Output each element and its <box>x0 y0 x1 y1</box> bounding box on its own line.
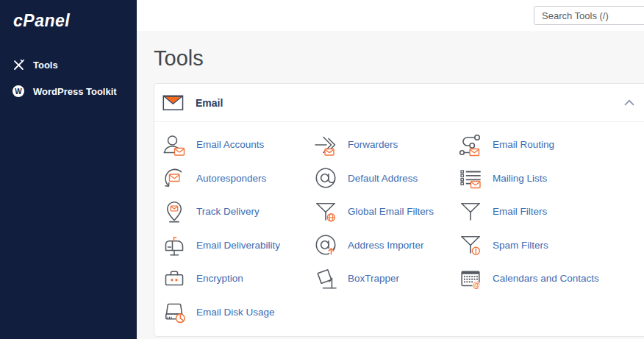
wordpress-icon: W <box>12 85 25 98</box>
topbar <box>137 0 644 31</box>
tool-grid: Email Accounts Forwarders <box>154 122 644 336</box>
chevron-up-icon <box>624 99 634 106</box>
search-input[interactable] <box>534 6 644 25</box>
sidebar-nav: Tools W WordPress Toolkit <box>0 51 137 104</box>
tools-icon <box>12 58 25 71</box>
tool-autoresponders[interactable]: Autoresponders <box>162 162 266 196</box>
collapse-section-button[interactable] <box>621 96 637 109</box>
content: Tools Email <box>137 31 644 339</box>
spam-filters-icon <box>459 233 482 257</box>
page-title: Tools <box>154 46 644 71</box>
autoresponders-icon <box>162 166 186 190</box>
tool-calendars-and-contacts[interactable]: @ Calendars and Contacts <box>459 262 599 296</box>
tool-mailing-lists[interactable]: Mailing Lists <box>459 162 547 196</box>
sidebar-item-tools[interactable]: Tools <box>0 51 137 78</box>
svg-text:W: W <box>15 88 22 96</box>
tool-address-importer[interactable]: Address Importer <box>314 229 424 263</box>
sidebar: cPanel Tools W WordPress Toolkit <box>0 0 137 339</box>
tool-encryption[interactable]: Encryption <box>162 262 243 296</box>
encryption-icon <box>162 267 186 290</box>
tool-boxtrapper[interactable]: BoxTrapper <box>314 262 399 296</box>
tool-default-address[interactable]: Default Address <box>314 162 418 196</box>
sidebar-item-wordpress-toolkit[interactable]: W WordPress Toolkit <box>0 78 137 104</box>
tool-email-disk-usage[interactable]: Email Disk Usage <box>162 296 275 329</box>
email-disk-usage-icon <box>162 300 186 324</box>
sidebar-item-label: WordPress Toolkit <box>33 86 117 97</box>
tool-track-delivery[interactable]: Track Delivery <box>162 195 260 229</box>
calendars-contacts-icon: @ <box>459 267 482 290</box>
svg-text:@: @ <box>473 281 480 289</box>
email-section-header[interactable]: Email <box>154 84 644 122</box>
default-address-icon <box>314 166 337 190</box>
email-envelope-icon <box>162 95 184 111</box>
email-section-card: Email <box>154 83 644 337</box>
tool-email-routing[interactable]: Email Routing <box>459 128 554 162</box>
address-importer-icon <box>314 233 337 257</box>
email-accounts-icon <box>162 133 186 157</box>
track-delivery-icon <box>162 200 186 224</box>
boxtrapper-icon <box>314 267 337 290</box>
global-email-filters-icon <box>314 200 337 224</box>
cpanel-logo[interactable]: cPanel <box>0 0 137 43</box>
email-routing-icon <box>459 133 482 157</box>
mailing-lists-icon <box>459 166 482 190</box>
tool-email-accounts[interactable]: Email Accounts <box>162 128 264 162</box>
sidebar-item-label: Tools <box>33 60 58 71</box>
tool-email-filters[interactable]: Email Filters <box>459 195 547 229</box>
tool-global-email-filters[interactable]: Global Email Filters <box>314 195 434 229</box>
main-area: Tools Email <box>137 0 644 339</box>
email-filters-icon <box>459 200 482 224</box>
tool-email-deliverability[interactable]: Email Deliverability <box>162 229 280 263</box>
forwarders-icon <box>314 133 337 157</box>
tool-spam-filters[interactable]: Spam Filters <box>459 229 548 263</box>
email-deliverability-icon <box>162 233 186 257</box>
tool-forwarders[interactable]: Forwarders <box>314 128 398 162</box>
section-title: Email <box>196 97 223 109</box>
